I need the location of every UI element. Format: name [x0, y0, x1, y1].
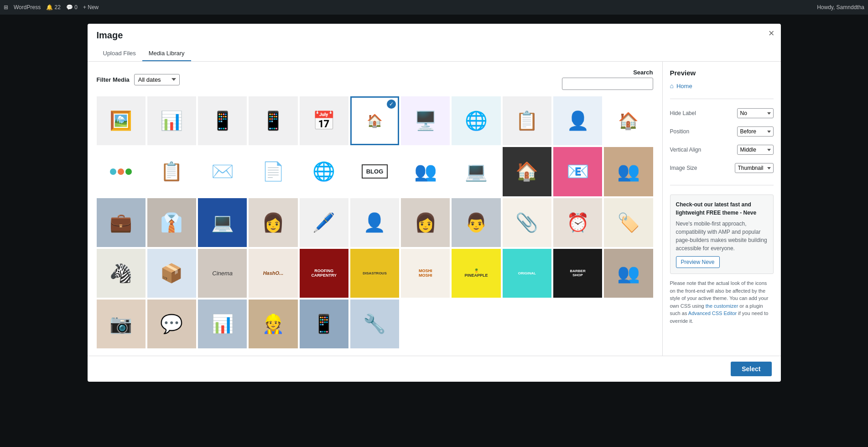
comments-count[interactable]: 💬 0: [66, 4, 78, 11]
notifications-count[interactable]: 🔔 22: [46, 4, 61, 11]
site-name[interactable]: WordPress: [14, 4, 41, 11]
wp-logo[interactable]: ⊞: [4, 4, 8, 11]
admin-bar: ⊞ WordPress 🔔 22 💬 0 + New Howdy, Samndd…: [0, 0, 868, 15]
user-info: Howdy, Samnddtha: [817, 4, 864, 11]
new-button[interactable]: + New: [83, 4, 99, 11]
